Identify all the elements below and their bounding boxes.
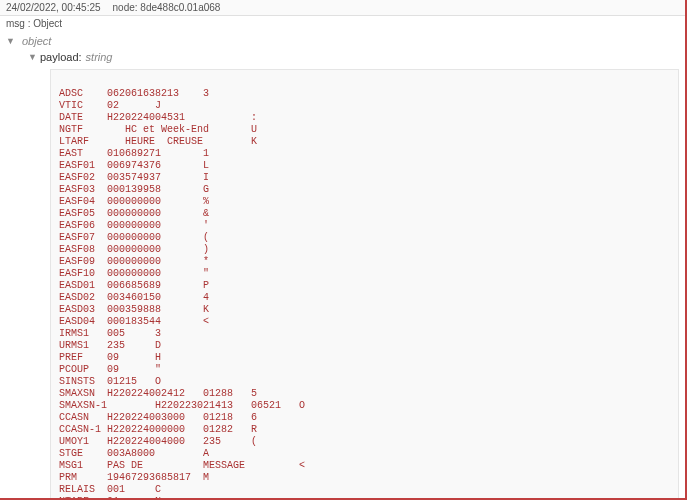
payload-row[interactable]: ▼ payload: string (28, 49, 679, 65)
timestamp: 24/02/2022, 00:45:25 (6, 2, 101, 13)
object-tree: ▼ object ▼ payload: string ADSC 06206163… (0, 31, 685, 500)
tree-root-label: object (22, 33, 51, 49)
payload-content: ADSC 062061638213 3 VTIC 02 J DATE H2202… (50, 69, 679, 500)
payload-type: string (86, 49, 113, 65)
caret-down-icon[interactable]: ▼ (6, 33, 16, 49)
tree-root-row[interactable]: ▼ object (6, 33, 679, 49)
debug-header: 24/02/2022, 00:45:25 node: 8de488c0.01a0… (0, 0, 685, 16)
payload-key: payload: (40, 49, 82, 65)
msg-type-line: msg : Object (0, 16, 685, 31)
node-label: node: 8de488c0.01a068 (113, 2, 221, 13)
node-id: 8de488c0.01a068 (140, 2, 220, 13)
caret-down-icon[interactable]: ▼ (28, 49, 38, 65)
